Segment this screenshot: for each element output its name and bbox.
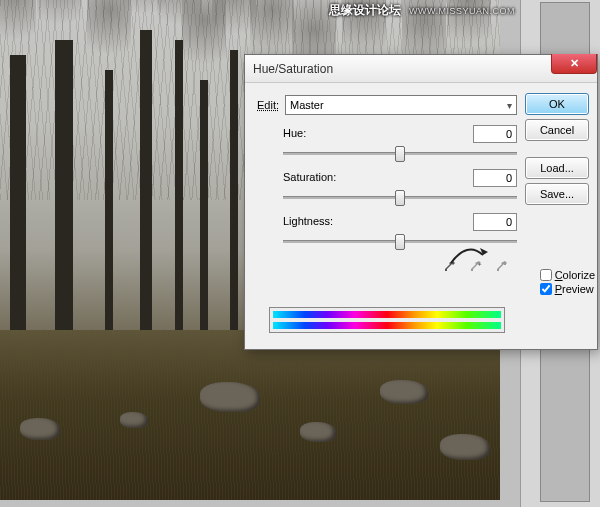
dialog-titlebar[interactable]: Hue/Saturation ✕ <box>245 55 597 83</box>
hue-slider[interactable] <box>283 143 517 163</box>
preview-checkbox[interactable]: Preview <box>540 283 595 295</box>
watermark: 思缘设计论坛 WWW.MISSYUAN.COM <box>329 2 515 19</box>
watermark-text: 思缘设计论坛 <box>329 2 401 19</box>
channel-select[interactable]: Master <box>285 95 517 115</box>
watermark-url: WWW.MISSYUAN.COM <box>409 6 515 16</box>
edit-label: Edit: <box>257 99 279 111</box>
channel-value: Master <box>290 99 324 111</box>
saturation-slider[interactable] <box>283 187 517 207</box>
colorize-check-input[interactable] <box>540 269 552 281</box>
load-button[interactable]: Load... <box>525 157 589 179</box>
lightness-slider[interactable] <box>283 231 517 251</box>
save-button[interactable]: Save... <box>525 183 589 205</box>
saturation-label: Saturation: <box>283 171 463 183</box>
slider-thumb-icon[interactable] <box>395 190 405 206</box>
hue-input[interactable]: 0 <box>473 125 517 143</box>
hue-saturation-dialog: Hue/Saturation ✕ Edit: Master Hue: 0 <box>244 54 598 350</box>
svg-text:-: - <box>504 261 506 267</box>
ok-button[interactable]: OK <box>525 93 589 115</box>
cancel-button[interactable]: Cancel <box>525 119 589 141</box>
slider-thumb-icon[interactable] <box>395 234 405 250</box>
slider-thumb-icon[interactable] <box>395 146 405 162</box>
spectrum-strip <box>269 307 505 333</box>
svg-text:+: + <box>478 261 482 267</box>
eyedropper-icon[interactable] <box>439 257 459 277</box>
close-button[interactable]: ✕ <box>551 54 597 74</box>
saturation-input[interactable]: 0 <box>473 169 517 187</box>
eyedropper-minus-icon[interactable]: - <box>491 257 511 277</box>
eyedropper-plus-icon[interactable]: + <box>465 257 485 277</box>
lightness-label: Lightness: <box>283 215 463 227</box>
preview-check-input[interactable] <box>540 283 552 295</box>
close-icon: ✕ <box>570 57 579 69</box>
colorize-checkbox[interactable]: Colorize <box>540 269 595 281</box>
lightness-input[interactable]: 0 <box>473 213 517 231</box>
hue-label: Hue: <box>283 127 463 139</box>
dialog-title: Hue/Saturation <box>253 62 333 76</box>
